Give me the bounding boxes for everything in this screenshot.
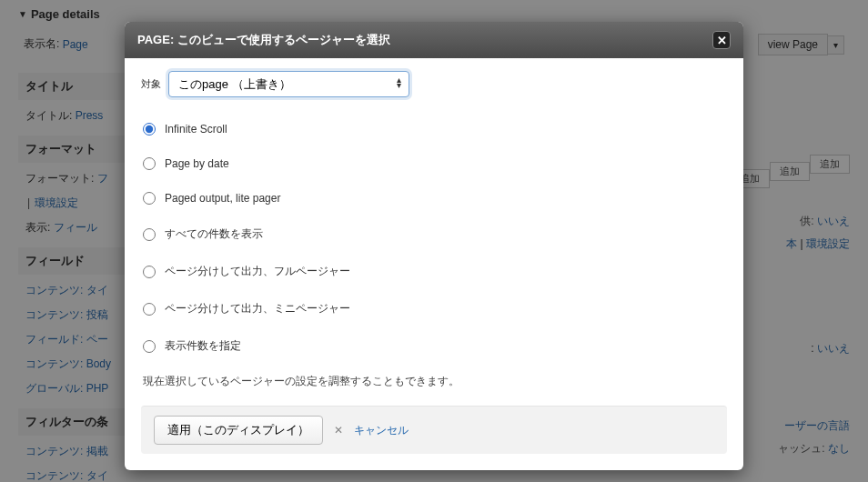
- radio-lite-pager[interactable]: Paged output, lite pager: [141, 181, 727, 216]
- radio-input[interactable]: [143, 157, 156, 170]
- pager-modal: PAGE: このビューで使用するページャーを選択 ✕ 対象 このpage （上書…: [125, 22, 743, 470]
- select-arrows-icon: ▴▾: [397, 77, 409, 88]
- cancel-x-icon: ✕: [334, 424, 343, 437]
- pager-radio-group: Infinite Scroll Page by date Paged outpu…: [141, 112, 727, 365]
- target-select-wrap[interactable]: このpage （上書き） ▴▾: [168, 71, 409, 97]
- target-label: 対象: [141, 77, 161, 91]
- radio-input[interactable]: [143, 303, 156, 316]
- radio-input[interactable]: [143, 340, 156, 353]
- target-select[interactable]: このpage （上書き）: [169, 72, 397, 96]
- close-icon[interactable]: ✕: [712, 31, 731, 49]
- radio-label: ページ分けして出力、フルページャー: [165, 264, 350, 279]
- radio-page-by-date[interactable]: Page by date: [141, 146, 727, 181]
- radio-show-all[interactable]: すべての件数を表示: [141, 216, 727, 253]
- cancel-link[interactable]: キャンセル: [354, 423, 409, 438]
- modal-title: PAGE: このビューで使用するページャーを選択: [137, 32, 390, 48]
- radio-input[interactable]: [143, 266, 156, 278]
- radio-specify-count[interactable]: 表示件数を指定: [141, 327, 727, 365]
- radio-label: 表示件数を指定: [165, 338, 241, 354]
- modal-overlay: PAGE: このビューで使用するページャーを選択 ✕ 対象 このpage （上書…: [0, 0, 868, 482]
- radio-mini-pager[interactable]: ページ分けして出力、ミニページャー: [141, 290, 727, 327]
- apply-button[interactable]: 適用（このディスプレイ）: [154, 416, 323, 445]
- helper-text: 現在選択しているページャーの設定を調整することもできます。: [141, 368, 727, 400]
- radio-input[interactable]: [143, 228, 156, 241]
- radio-full-pager[interactable]: ページ分けして出力、フルページャー: [141, 253, 727, 290]
- radio-input[interactable]: [143, 192, 156, 205]
- radio-label: ページ分けして出力、ミニページャー: [165, 301, 350, 316]
- radio-label: Page by date: [165, 157, 229, 170]
- radio-input[interactable]: [143, 123, 156, 136]
- radio-label: Infinite Scroll: [165, 123, 227, 136]
- radio-label: Paged output, lite pager: [165, 192, 280, 205]
- radio-label: すべての件数を表示: [165, 226, 263, 242]
- radio-infinite-scroll[interactable]: Infinite Scroll: [141, 112, 727, 146]
